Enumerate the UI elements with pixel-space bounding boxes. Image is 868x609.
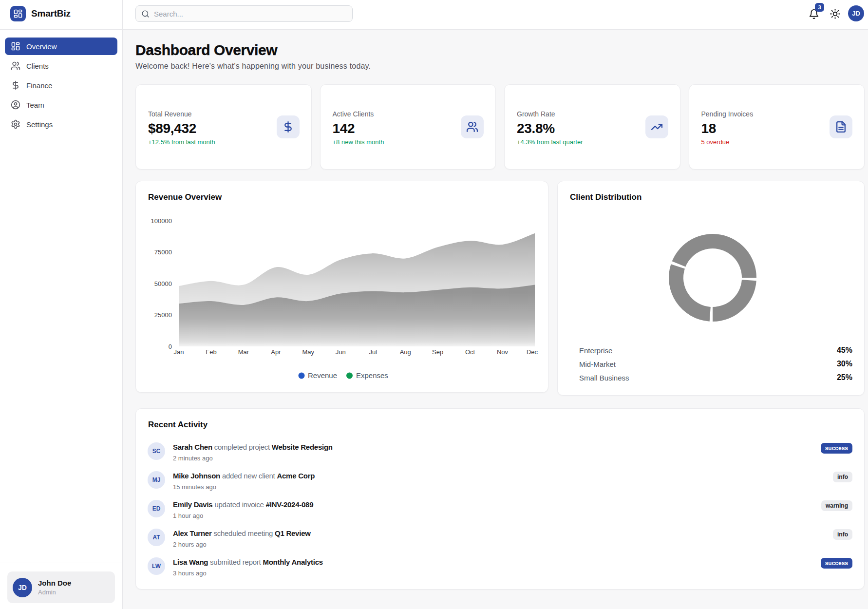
svg-text:Oct: Oct — [465, 348, 475, 356]
svg-text:May: May — [302, 348, 315, 356]
svg-text:Apr: Apr — [271, 348, 281, 356]
svg-text:Jun: Jun — [336, 348, 346, 356]
svg-text:Revenue: Revenue — [308, 371, 337, 380]
svg-text:Dec: Dec — [527, 348, 538, 356]
svg-text:75000: 75000 — [154, 248, 172, 256]
svg-text:Mar: Mar — [238, 348, 249, 356]
svg-text:Aug: Aug — [400, 348, 411, 356]
svg-text:Jan: Jan — [174, 348, 184, 356]
svg-text:Jul: Jul — [369, 348, 377, 356]
svg-text:50000: 50000 — [154, 280, 172, 287]
svg-text:100000: 100000 — [151, 217, 172, 225]
svg-text:0: 0 — [169, 343, 172, 350]
svg-text:Expenses: Expenses — [356, 371, 388, 380]
svg-text:25000: 25000 — [154, 311, 172, 319]
svg-text:Sep: Sep — [432, 348, 443, 356]
svg-text:Nov: Nov — [497, 348, 509, 356]
svg-text:Feb: Feb — [206, 348, 216, 356]
